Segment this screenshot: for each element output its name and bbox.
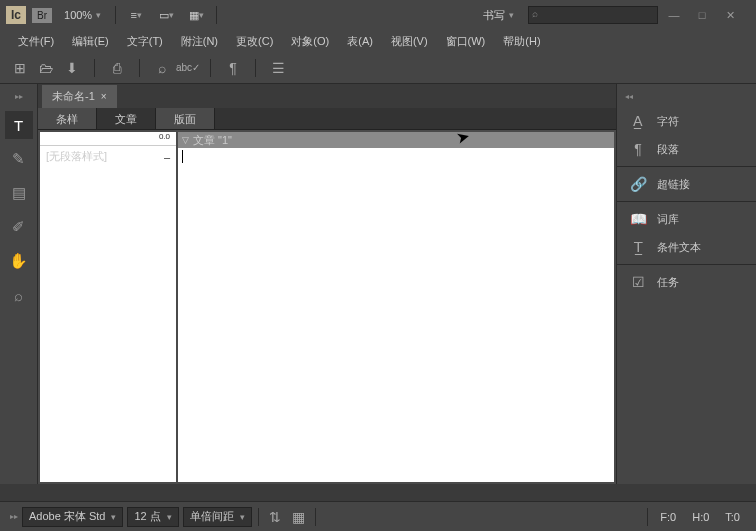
app-logo: Ic (6, 6, 26, 24)
maximize-button[interactable]: □ (692, 9, 712, 22)
minimize-button[interactable]: — (664, 9, 684, 22)
screen-mode-button[interactable]: ▭▾ (154, 3, 178, 27)
paragraph-icon: ¶ (629, 141, 647, 157)
size-selector[interactable]: 12 点▾ (127, 507, 178, 527)
menu-notes[interactable]: 附注(N) (173, 32, 226, 51)
font-selector[interactable]: Adobe 宋体 Std▾ (22, 507, 123, 527)
document-area: ▽ 文章 "1" (178, 132, 614, 482)
close-tab-icon[interactable]: × (101, 91, 107, 102)
thesaurus-icon: 📖 (629, 211, 647, 227)
tab-story[interactable]: 文章 (97, 108, 156, 129)
menu-object[interactable]: 对象(O) (283, 32, 337, 51)
workspace-label: 书写 (483, 8, 505, 23)
new-icon[interactable]: ⊞ (10, 58, 30, 78)
chevron-down-icon: ▾ (96, 10, 101, 20)
find-icon[interactable]: ⌕ (152, 58, 172, 78)
panel-hyperlink[interactable]: 🔗超链接 (617, 170, 756, 198)
chevron-down-icon: ▾ (509, 10, 514, 20)
tasks-icon: ☑ (629, 274, 647, 290)
search-icon: ⌕ (532, 8, 538, 19)
h-field: H:0 (686, 511, 715, 523)
menu-table[interactable]: 表(A) (339, 32, 381, 51)
menu-help[interactable]: 帮助(H) (495, 32, 548, 51)
zoom-tool[interactable]: ⌕ (5, 281, 33, 309)
link-icon: 🔗 (629, 176, 647, 192)
article-title: 文章 "1" (193, 133, 232, 148)
chevron-down-icon: ▾ (167, 512, 172, 522)
menu-changes[interactable]: 更改(C) (228, 32, 281, 51)
close-button[interactable]: ✕ (720, 9, 740, 22)
arrange-button[interactable]: ▦▾ (184, 3, 208, 27)
note-tool[interactable]: ✎ (5, 145, 33, 173)
document-tab[interactable]: 未命名-1 × (42, 85, 117, 108)
zoom-value: 100% (64, 9, 92, 21)
article-header[interactable]: ▽ 文章 "1" (178, 132, 614, 148)
status-bar: ▸▸ Adobe 宋体 Std▾ 12 点▾ 单倍间距▾ ⇅ ▦ F:0 H:0… (0, 501, 756, 531)
spellcheck-icon[interactable]: abc✓ (178, 58, 198, 78)
text-editor[interactable] (178, 148, 614, 482)
tab-galley[interactable]: 条样 (38, 108, 97, 129)
f-field: F:0 (654, 511, 682, 523)
menu-text[interactable]: 文字(T) (119, 32, 171, 51)
panel-thesaurus[interactable]: 📖词库 (617, 205, 756, 233)
workspace-selector[interactable]: 书写▾ (475, 8, 522, 23)
toolbar: ⊞ 🗁 ⬇ ⎙ ⌕ abc✓ ¶ ☰ (0, 52, 756, 84)
save-icon[interactable]: ⬇ (62, 58, 82, 78)
style-item[interactable]: [无段落样式] – (40, 146, 176, 167)
menu-icon[interactable]: ☰ (268, 58, 288, 78)
view-mode-button[interactable]: ≡▾ (124, 3, 148, 27)
zoom-selector[interactable]: 100%▾ (58, 9, 107, 21)
panel-character[interactable]: A̲字符 (617, 107, 756, 135)
collapse-icon[interactable]: ◂◂ (617, 92, 756, 101)
document-tab-label: 未命名-1 (52, 89, 95, 104)
type-tool[interactable]: T (5, 111, 33, 139)
print-icon[interactable]: ⎙ (107, 58, 127, 78)
pilcrow-icon[interactable]: ¶ (223, 58, 243, 78)
stat-icon-1[interactable]: ⇅ (265, 507, 285, 527)
panel-tasks[interactable]: ☑任务 (617, 268, 756, 296)
right-panels: ◂◂ A̲字符 ¶段落 🔗超链接 📖词库 T̲条件文本 ☑任务 (616, 84, 756, 484)
menu-file[interactable]: 文件(F) (10, 32, 62, 51)
collapse-icon[interactable]: ▽ (182, 135, 189, 145)
chevron-down-icon: ▾ (111, 512, 116, 522)
menu-edit[interactable]: 编辑(E) (64, 32, 117, 51)
t-field: T:0 (719, 511, 746, 523)
tab-layout[interactable]: 版面 (156, 108, 215, 129)
hand-tool[interactable]: ✋ (5, 247, 33, 275)
stat-icon-2[interactable]: ▦ (289, 507, 309, 527)
menu-bar: 文件(F) 编辑(E) 文字(T) 附注(N) 更改(C) 对象(O) 表(A)… (0, 30, 756, 52)
search-input[interactable] (528, 6, 658, 24)
left-toolbar: ▸▸ T ✎ ▤ ✐ ✋ ⌕ (0, 84, 38, 484)
styles-panel: 0.0 [无段落样式] – (40, 132, 176, 482)
expand-icon[interactable]: ▸▸ (15, 92, 23, 101)
style-item-label: [无段落样式] (46, 149, 107, 164)
expand-icon[interactable]: ▸▸ (10, 512, 18, 521)
text-cursor (182, 150, 183, 163)
panel-paragraph[interactable]: ¶段落 (617, 135, 756, 163)
chevron-down-icon: ▾ (240, 512, 245, 522)
style-item-mark: – (164, 151, 170, 163)
position-tool[interactable]: ▤ (5, 179, 33, 207)
character-icon: A̲ (629, 113, 647, 129)
conditional-icon: T̲ (629, 239, 647, 255)
bridge-button[interactable]: Br (32, 8, 52, 23)
menu-window[interactable]: 窗口(W) (438, 32, 494, 51)
styles-ruler: 0.0 (40, 132, 176, 146)
panel-conditional[interactable]: T̲条件文本 (617, 233, 756, 261)
eyedropper-tool[interactable]: ✐ (5, 213, 33, 241)
menu-view[interactable]: 视图(V) (383, 32, 436, 51)
open-icon[interactable]: 🗁 (36, 58, 56, 78)
spacing-selector[interactable]: 单倍间距▾ (183, 507, 252, 527)
